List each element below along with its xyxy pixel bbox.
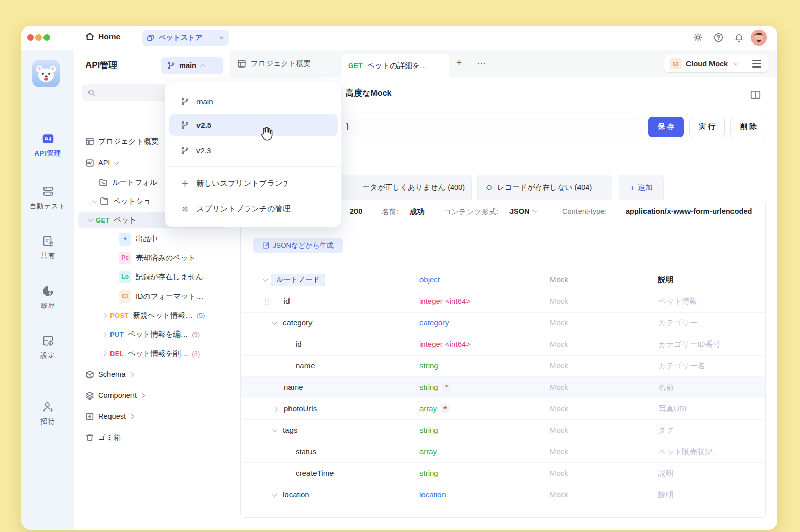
generate-from-json-button[interactable]: JSONなどから生成 — [253, 238, 343, 253]
field-type[interactable]: string — [419, 361, 438, 370]
chevron-right-icon[interactable] — [273, 407, 278, 412]
chevron-down-icon[interactable] — [532, 208, 538, 213]
field-name[interactable]: id — [296, 340, 302, 348]
tree-item-del-delete-pet[interactable]: DEL ペット情報を削… (3) — [74, 346, 230, 361]
settings-icon[interactable] — [693, 32, 704, 43]
split-panel-icon[interactable] — [750, 89, 761, 102]
branch-selector-button[interactable]: main — [161, 57, 223, 74]
field-type[interactable]: integer <int64> — [419, 297, 471, 305]
field-name[interactable]: tags — [283, 426, 297, 434]
tree-item-component[interactable]: Component — [74, 388, 230, 403]
schema-row-category[interactable]: category category Mock カテゴリー — [241, 313, 765, 334]
field-name[interactable]: name — [284, 383, 303, 391]
field-description[interactable]: カテゴリー — [658, 318, 697, 328]
field-description[interactable]: 名前 — [658, 383, 674, 392]
new-tab-button[interactable]: + — [456, 57, 462, 69]
notifications-icon[interactable] — [734, 32, 745, 43]
sidebar-item-api-management[interactable]: API管理 — [21, 132, 74, 158]
chevron-down-icon[interactable] — [272, 320, 277, 325]
field-type[interactable]: integer <int64> — [419, 340, 471, 348]
project-avatar[interactable] — [32, 60, 60, 87]
mock-placeholder[interactable]: Mock — [550, 469, 568, 477]
schema-row-status[interactable]: status array Mock ペット販売状況 — [241, 441, 765, 463]
tree-item-request[interactable]: Request — [74, 409, 230, 424]
field-description[interactable]: ペット情報 — [658, 297, 697, 306]
drag-handle-icon[interactable] — [264, 298, 270, 308]
schema-row-category-id[interactable]: id integer <int64> Mock カテゴリーID番号 — [241, 334, 765, 356]
field-description[interactable]: 説明 — [658, 469, 674, 478]
tree-item-schema[interactable]: Schema — [74, 367, 230, 382]
mock-placeholder[interactable]: Mock — [550, 297, 568, 305]
schema-row-tags[interactable]: tags string Mock タグ — [241, 420, 765, 441]
tree-item-trash[interactable]: ゴミ箱 — [74, 430, 230, 445]
mock-placeholder[interactable]: Mock — [550, 318, 568, 327]
field-name[interactable]: id — [284, 297, 290, 305]
field-description[interactable]: 写真URL — [658, 404, 689, 414]
schema-row-id[interactable]: id integer <int64> Mock ペット情報 — [241, 291, 765, 313]
field-type[interactable]: string — [419, 469, 438, 477]
tree-item-case-sold[interactable]: Pe 売却済みのペット — [74, 250, 230, 265]
add-response-tab-button[interactable]: + 追加 — [619, 175, 664, 199]
field-description[interactable]: タグ — [658, 426, 674, 435]
run-button[interactable]: 実 行 — [689, 117, 725, 137]
close-window-button[interactable] — [27, 34, 34, 41]
chevron-down-icon[interactable] — [272, 492, 277, 497]
sidebar-item-settings[interactable]: 設定 — [21, 334, 74, 360]
branch-menu-manage-sprint-branches[interactable]: スプリントブランチの管理 — [169, 198, 338, 219]
sidebar-item-share[interactable]: 共有 — [21, 234, 74, 260]
user-avatar[interactable] — [751, 30, 767, 46]
minimize-window-button[interactable] — [35, 34, 42, 41]
schema-row-location[interactable]: location location Mock 説明 — [241, 484, 765, 506]
home-nav[interactable]: Home — [85, 32, 120, 41]
mock-placeholder[interactable]: Mock — [550, 383, 568, 391]
close-tab-icon[interactable]: × — [219, 34, 224, 42]
sidebar-item-auto-test[interactable]: 自動テスト — [21, 185, 74, 211]
field-name[interactable]: status — [296, 447, 316, 456]
field-name[interactable]: location — [283, 490, 309, 499]
field-type[interactable]: array* — [419, 404, 449, 413]
delete-button[interactable]: 削 除 — [730, 117, 766, 137]
schema-row-category-name[interactable]: name string Mock カテゴリー名 — [241, 356, 765, 377]
schema-row-createtime[interactable]: createTime string Mock 説明 — [241, 463, 765, 484]
field-name[interactable]: name — [296, 361, 315, 370]
branch-menu-new-sprint-branch[interactable]: 新しいスプリントブランチ — [169, 172, 338, 194]
field-type[interactable]: category — [419, 318, 449, 327]
field-type[interactable]: string — [419, 426, 438, 434]
field-name[interactable]: category — [283, 318, 313, 327]
chevron-down-icon[interactable] — [263, 277, 268, 282]
tree-item-put-edit-pet[interactable]: PUT ペット情報を編… (9) — [74, 326, 230, 342]
field-type[interactable]: string* — [419, 383, 451, 391]
tab-get-pet-detail[interactable]: GET ペットの詳細を… — [342, 54, 449, 77]
field-description[interactable]: ペット販売状況 — [658, 447, 713, 457]
mock-placeholder[interactable]: Mock — [550, 426, 568, 434]
mock-placeholder[interactable]: Mock — [550, 404, 568, 413]
mock-placeholder[interactable]: Mock — [550, 447, 568, 456]
branch-menu-item-main[interactable]: main — [169, 91, 338, 112]
zoom-window-button[interactable] — [43, 34, 50, 41]
field-type[interactable]: object — [419, 275, 440, 284]
tree-item-case-id-format[interactable]: Cl IDのフォーマット… — [74, 289, 230, 304]
project-tab-petstore[interactable]: ペットストア × — [142, 30, 229, 46]
sidebar-item-history[interactable]: 履歴 — [21, 284, 74, 311]
branch-menu-item-v25[interactable]: v2.5 — [169, 114, 338, 136]
branch-menu-item-v23[interactable]: v2.3 — [169, 140, 338, 161]
mock-placeholder[interactable]: Mock — [550, 361, 568, 370]
field-type[interactable]: location — [419, 490, 446, 499]
field-name[interactable]: createTime — [296, 469, 334, 477]
chevron-down-icon[interactable] — [272, 427, 277, 432]
response-tab-404[interactable]: レコードが存在しない (404) — [477, 175, 612, 199]
field-name[interactable]: photoUrls — [284, 404, 317, 413]
field-type[interactable]: array — [419, 447, 437, 456]
field-description[interactable]: 説明 — [658, 490, 674, 500]
content-format-select[interactable]: JSON — [509, 207, 530, 215]
menu-icon[interactable] — [752, 60, 761, 68]
help-icon[interactable] — [713, 32, 724, 43]
tree-item-case-no-record[interactable]: Lo 記録が存在しません — [74, 269, 230, 284]
tab-project-overview[interactable]: プロジェクト概要 — [237, 50, 311, 77]
schema-row-photourls[interactable]: photoUrls array* Mock 写真URL — [241, 398, 765, 420]
save-button[interactable]: 保 存 — [648, 117, 684, 137]
field-description[interactable]: カテゴリー名 — [658, 361, 705, 371]
schema-row-root[interactable]: ルートノード object Mock 説明 — [241, 270, 765, 291]
mock-placeholder[interactable]: Mock — [550, 340, 568, 348]
schema-row-name[interactable]: name string* Mock 名前 — [241, 377, 765, 398]
